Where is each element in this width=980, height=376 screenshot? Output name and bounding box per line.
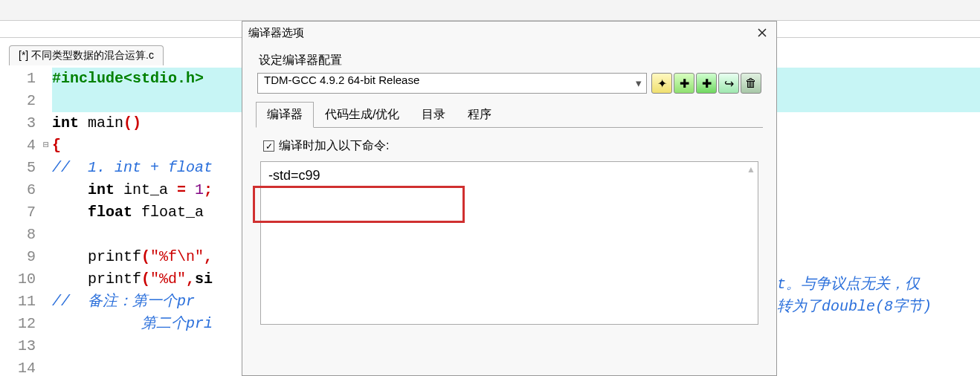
line-number: 1: [9, 68, 40, 90]
extra-commands-input[interactable]: -std=c99 ▲: [260, 161, 758, 325]
code-fragment: 转为了double(8字节): [777, 296, 932, 316]
add-commands-checkbox[interactable]: ✓: [263, 140, 274, 152]
scroll-up-icon[interactable]: ▲: [747, 164, 755, 175]
code-fragment: t。与争议点无关，仅: [777, 273, 920, 294]
file-tab[interactable]: [*] 不同类型数据的混合运算.c: [9, 45, 164, 65]
tab-programs[interactable]: 程序: [457, 102, 503, 128]
add-commands-label: 编译时加入以下命令:: [279, 138, 389, 154]
file-tab-bar: [*] 不同类型数据的混合运算.c: [9, 45, 164, 65]
close-button[interactable]: [754, 25, 770, 41]
fold-toggle[interactable]: ⊟: [40, 134, 52, 157]
tab-codegen[interactable]: 代码生成/优化: [314, 102, 410, 128]
tab-compiler[interactable]: 编译器: [256, 102, 314, 128]
compiler-select[interactable]: TDM-GCC 4.9.2 64-bit Release: [257, 73, 647, 94]
goto-compiler-button[interactable]: ↪: [718, 73, 739, 94]
add-compiler-button[interactable]: ✚: [674, 73, 694, 94]
rename-compiler-button[interactable]: ✦: [651, 73, 672, 94]
delete-compiler-button[interactable]: 🗑: [741, 73, 761, 94]
tab-directories[interactable]: 目录: [410, 102, 457, 128]
add-folder-compiler-button[interactable]: ✚: [696, 73, 717, 94]
app-toolbar: [0, 0, 980, 21]
section-label: 设定编译器配置: [259, 53, 760, 68]
dialog-title: 编译器选项: [248, 26, 754, 40]
compiler-options-dialog: 编译器选项 设定编译器配置 TDM-GCC 4.9.2 64-bit Relea…: [242, 21, 777, 376]
